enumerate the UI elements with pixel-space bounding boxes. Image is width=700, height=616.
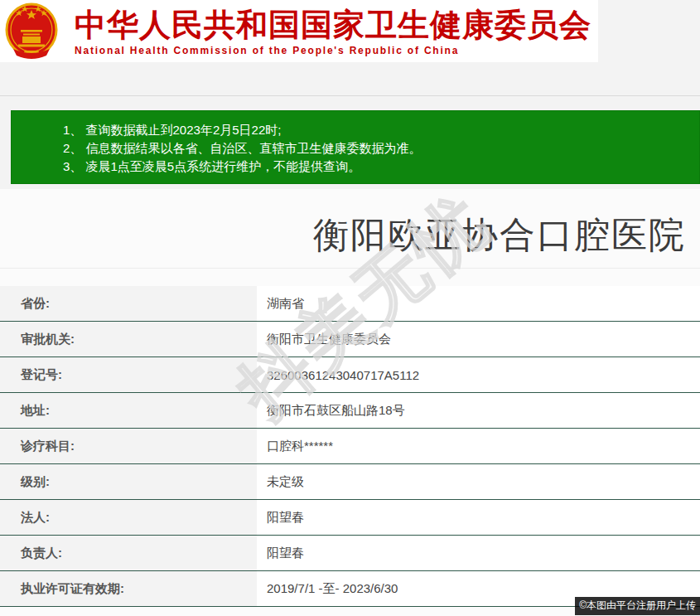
- hospital-info-table: 省份: 湖南省 审批机关: 衡阳市卫生健康委员会 登记号: 3260036124…: [0, 286, 700, 607]
- field-label: 诊疗科目:: [0, 429, 257, 463]
- field-label: 省份:: [0, 286, 257, 321]
- field-label: 登记号:: [0, 357, 257, 392]
- field-label: 执业许可证有效期:: [0, 571, 257, 606]
- hospital-name-title: 衡阳欧亚协合口腔医院: [0, 214, 700, 255]
- field-value: 32600361243040717A5112: [257, 357, 700, 392]
- notice-line-3: 3、 凌晨1点至凌晨5点系统进行维护，不能提供查询。: [63, 158, 699, 176]
- china-national-emblem-icon: [5, 2, 58, 61]
- table-row-approval-authority: 审批机关: 衡阳市卫生健康委员会: [0, 322, 700, 357]
- field-value: 湖南省: [257, 286, 700, 321]
- field-label: 级别:: [0, 464, 257, 499]
- field-label: 负责人:: [0, 536, 257, 570]
- field-value: 阳望春: [257, 500, 700, 535]
- header-divider: [0, 95, 700, 96]
- title-underline: [0, 268, 700, 269]
- notice-line-2: 2、 信息数据结果以各省、自治区、直辖市卫生健康委数据为准。: [63, 139, 699, 158]
- table-row-address: 地址: 衡阳市石鼓区船山路18号: [0, 393, 700, 429]
- table-row-level: 级别: 未定级: [0, 464, 700, 500]
- field-value: 阳望春: [257, 536, 700, 570]
- table-row-province: 省份: 湖南省: [0, 286, 700, 322]
- result-panel: 衡阳欧亚协合口腔医院 省份: 湖南省 审批机关: 衡阳市卫生健康委员会 登记号:…: [0, 189, 700, 616]
- page: 中华人民共和国国家卫生健康委员会 National Health Commiss…: [0, 0, 700, 616]
- notice-line-1: 1、 查询数据截止到2023年2月5日22时;: [63, 121, 699, 139]
- table-row-legal-person: 法人: 阳望春: [0, 500, 700, 536]
- table-row-registration-number: 登记号: 32600361243040717A5112: [0, 357, 700, 393]
- field-value: 未定级: [257, 464, 700, 499]
- site-title-cn: 中华人民共和国国家卫生健康委员会: [75, 7, 591, 43]
- field-label: 法人:: [0, 500, 257, 535]
- field-value: 衡阳市卫生健康委员会: [257, 322, 700, 357]
- uploader-badge: ©本图由平台注册用户上传: [575, 597, 700, 615]
- notice-box: 1、 查询数据截止到2023年2月5日22时; 2、 信息数据结果以各省、自治区…: [11, 110, 700, 184]
- site-title-en: National Health Commission of the People…: [75, 45, 591, 56]
- field-value: 衡阳市石鼓区船山路18号: [257, 393, 700, 428]
- field-label: 地址:: [0, 393, 257, 428]
- table-row-clinical-departments: 诊疗科目: 口腔科******: [0, 429, 700, 464]
- site-header: 中华人民共和国国家卫生健康委员会 National Health Commiss…: [0, 0, 598, 62]
- table-row-person-in-charge: 负责人: 阳望春: [0, 536, 700, 571]
- field-label: 审批机关:: [0, 322, 257, 357]
- field-value: 口腔科******: [257, 429, 700, 463]
